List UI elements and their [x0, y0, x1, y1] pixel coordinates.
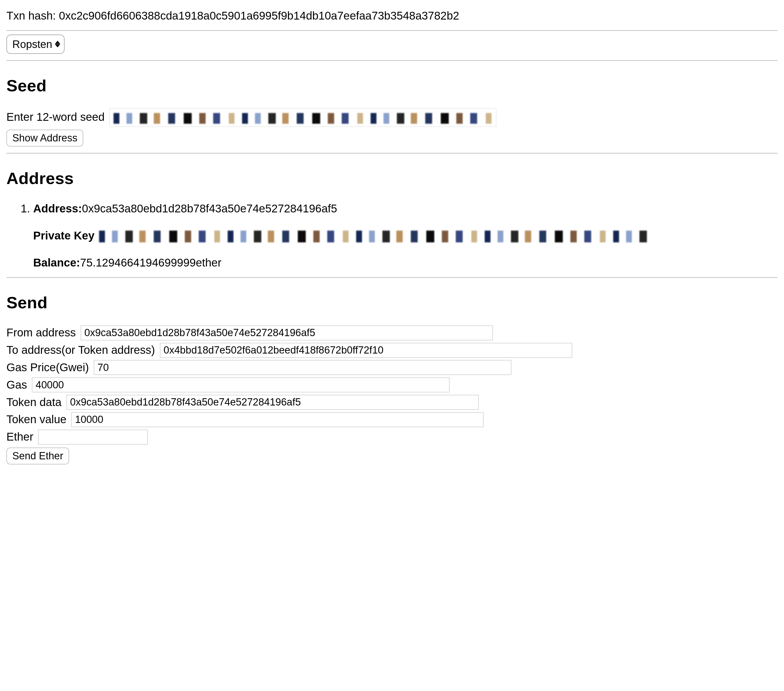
seed-input-redacted[interactable]: [114, 113, 494, 124]
gas-price-label: Gas Price(Gwei): [7, 360, 89, 376]
balance-label: Balance:: [33, 256, 80, 269]
address-list-item: Address:0x9ca53a80ebd1d28b78f43a50e74e52…: [33, 201, 777, 270]
from-address-input[interactable]: [81, 325, 493, 340]
gas-price-input[interactable]: [94, 360, 511, 375]
gas-label: Gas: [7, 377, 27, 393]
show-address-button[interactable]: Show Address: [7, 130, 83, 147]
send-heading: Send: [7, 291, 777, 315]
send-ether-button[interactable]: Send Ether: [7, 447, 69, 464]
seed-input-label: Enter 12-word seed: [7, 110, 105, 123]
token-value-input[interactable]: [71, 412, 484, 427]
to-address-label: To address(or Token address): [7, 342, 155, 358]
token-value-label: Token value: [7, 412, 66, 427]
network-selected-value: Ropsten: [12, 37, 52, 52]
seed-heading: Seed: [7, 74, 777, 97]
from-address-label: From address: [7, 325, 76, 341]
gas-input[interactable]: [32, 378, 450, 393]
token-data-label: Token data: [7, 394, 62, 410]
address-label: Address:: [33, 202, 82, 215]
svg-marker-1: [55, 44, 60, 48]
balance-value: 75.1294664194699999: [80, 256, 196, 269]
svg-marker-0: [55, 41, 60, 44]
ether-input[interactable]: [38, 430, 148, 445]
network-select[interactable]: Ropsten: [7, 35, 64, 54]
address-value: 0x9ca53a80ebd1d28b78f43a50e74e527284196a…: [82, 202, 337, 215]
updown-icon: [55, 41, 60, 48]
ether-label: Ether: [7, 429, 33, 445]
balance-unit: ether: [196, 256, 221, 269]
txn-hash-label: Txn hash:: [7, 9, 59, 22]
txn-hash-value: 0xc2c906fd6606388cda1918a0c5901a6995f9b1…: [59, 9, 459, 22]
private-key-label: Private Key: [33, 229, 94, 242]
token-data-input[interactable]: [66, 395, 479, 410]
to-address-input[interactable]: [160, 343, 572, 358]
private-key-redacted: [99, 231, 651, 242]
address-heading: Address: [7, 167, 777, 190]
txn-hash-row: Txn hash: 0xc2c906fd6606388cda1918a0c590…: [7, 8, 777, 24]
